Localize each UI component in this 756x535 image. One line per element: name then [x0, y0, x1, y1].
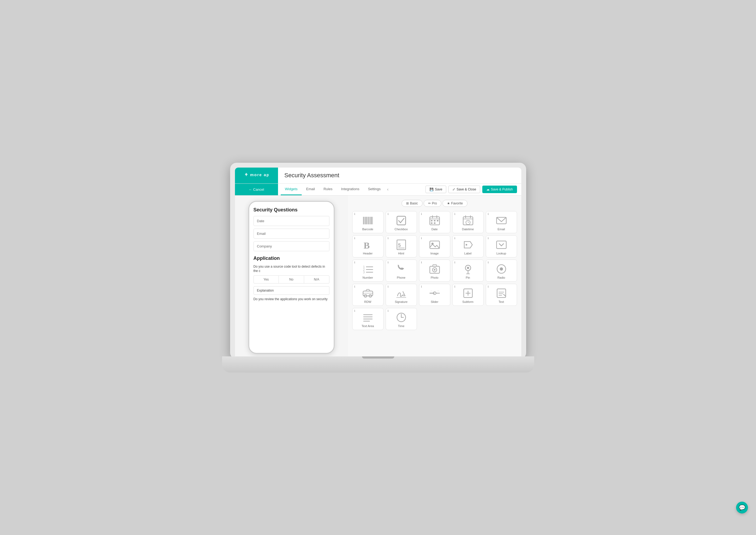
widget-radio[interactable]: ℹ Radio — [486, 260, 517, 282]
widget-image[interactable]: ℹ Image — [419, 235, 450, 257]
photo-icon — [429, 263, 441, 275]
rdw-icon — [362, 287, 374, 299]
company-field[interactable]: Company — [253, 241, 330, 251]
slider-icon: ← → — [429, 287, 441, 299]
widget-label[interactable]: ℹ Label — [452, 235, 484, 257]
svg-rect-7 — [371, 217, 372, 224]
section1-title: Security Questions — [253, 207, 330, 213]
widget-datetime[interactable]: ℹ Datetime — [452, 211, 484, 233]
widget-pin[interactable]: ℹ Pin — [452, 260, 484, 282]
widget-header[interactable]: ℹ B Header — [352, 235, 384, 257]
slider-label: Slider — [431, 300, 438, 303]
preview-panel: Security Questions Date Email Company Ap… — [235, 196, 348, 359]
widget-textarea[interactable]: ℹ Text Area — [352, 308, 384, 330]
widget-photo[interactable]: ℹ Photo — [419, 260, 450, 282]
html-icon: 5 — [395, 239, 407, 251]
widget-checkbox[interactable]: ℹ Checkbox — [386, 211, 417, 233]
number-icon: 1 2 3 — [362, 263, 374, 275]
filter-pro[interactable]: ✏ Pro — [423, 200, 442, 207]
svg-rect-18 — [434, 222, 435, 224]
widget-lookup[interactable]: ℹ Lookup — [486, 235, 517, 257]
lookup-icon — [495, 239, 507, 251]
widget-html[interactable]: ℹ 5 Html — [386, 235, 417, 257]
yes-option[interactable]: Yes — [253, 275, 279, 284]
widget-rdw[interactable]: ℹ RDW — [352, 284, 384, 306]
widget-subform[interactable]: ℹ Subform — [452, 284, 484, 306]
label-label: Label — [464, 252, 472, 255]
svg-rect-5 — [368, 217, 369, 224]
svg-rect-2 — [364, 217, 365, 224]
tab-settings[interactable]: Settings — [363, 184, 385, 195]
phone-content: Security Questions Date Email Company Ap… — [249, 207, 334, 301]
signature-label: Signature — [395, 300, 407, 303]
image-label: Image — [430, 252, 439, 255]
email-label: Email — [498, 228, 505, 231]
label-icon — [462, 239, 474, 251]
action-buttons: 💾 Save ⤢ Save & Close ☁ Save & Publish — [425, 185, 521, 193]
na-option[interactable]: N/A — [304, 275, 330, 284]
save-close-icon: ⤢ — [452, 187, 455, 191]
widget-email[interactable]: ℹ Email — [486, 211, 517, 233]
main-content: Security Questions Date Email Company Ap… — [235, 196, 521, 359]
widget-phone[interactable]: ℹ Phone — [386, 260, 417, 282]
nav-tabs: Widgets Email Rules Integrations Setting… — [278, 184, 426, 195]
tab-email[interactable]: Email — [302, 184, 319, 195]
widget-number[interactable]: ℹ 1 2 3 Number — [352, 260, 384, 282]
widget-barcode[interactable]: ℹ Barcode — [352, 211, 384, 233]
svg-rect-61 — [497, 289, 506, 297]
save-button[interactable]: 💾 Save — [425, 185, 446, 193]
barcode-label: Barcode — [362, 228, 373, 231]
filter-basic[interactable]: ⊞ Basic — [401, 200, 422, 207]
top-bar: ⚘ more app Security Assessment — [235, 168, 521, 184]
save-close-button[interactable]: ⤢ Save & Close — [449, 185, 480, 193]
filter-favorite[interactable]: ★ Favorite — [443, 200, 467, 207]
svg-rect-34 — [497, 241, 506, 248]
widget-signature[interactable]: ℹ Signature — [386, 284, 417, 306]
date-field[interactable]: Date — [253, 216, 330, 226]
save-publish-button[interactable]: ☁ Save & Publish — [482, 185, 517, 193]
svg-rect-1 — [363, 217, 364, 224]
tab-integrations[interactable]: Integrations — [337, 184, 363, 195]
svg-text:5: 5 — [398, 242, 401, 248]
date-label: Date — [431, 228, 438, 231]
cancel-button[interactable]: ← Cancel — [235, 184, 278, 195]
time-label: Time — [398, 324, 404, 327]
datetime-label: Datetime — [462, 228, 474, 231]
yes-no-options: Yes No N/A — [253, 275, 330, 284]
signature-icon — [395, 287, 407, 299]
header-icon: B — [362, 239, 374, 251]
chevron-left-icon[interactable]: ‹ — [385, 187, 391, 192]
barcode-icon — [362, 215, 374, 226]
tab-widgets[interactable]: Widgets — [281, 184, 302, 195]
email-field[interactable]: Email — [253, 229, 330, 239]
svg-text:3: 3 — [363, 271, 365, 274]
svg-rect-17 — [431, 222, 432, 224]
time-icon — [395, 311, 407, 323]
radio-label: Radio — [497, 276, 505, 279]
widget-panel: ⊞ Basic ✏ Pro ★ Favorite — [348, 196, 521, 359]
pro-icon: ✏ — [428, 202, 431, 205]
header-label: Header — [363, 252, 372, 255]
widget-date[interactable]: ℹ D — [419, 211, 450, 233]
widget-slider[interactable]: ℹ ← → Slider — [419, 284, 450, 306]
widget-time[interactable]: ℹ Time — [386, 308, 417, 330]
publish-icon: ☁ — [486, 187, 490, 191]
checkbox-label: Checkbox — [394, 228, 408, 231]
lookup-label: Lookup — [496, 252, 506, 255]
nav-bar: ← Cancel Widgets Email Rules Integration… — [235, 184, 521, 196]
radio-icon — [495, 263, 507, 275]
svg-rect-4 — [367, 217, 368, 224]
svg-rect-8 — [372, 217, 373, 224]
svg-rect-6 — [369, 217, 370, 224]
page-title: Security Assessment — [278, 172, 339, 179]
logo: ⚘ more app — [235, 168, 278, 183]
no-option[interactable]: No — [278, 275, 304, 284]
chat-button[interactable]: 💬 — [736, 502, 748, 514]
tab-rules[interactable]: Rules — [319, 184, 337, 195]
widget-text[interactable]: ℹ Text — [486, 284, 517, 306]
svg-text:→: → — [437, 290, 439, 292]
svg-point-47 — [500, 268, 503, 270]
question2-text: Do you review the applications you work … — [253, 297, 330, 301]
question1-text: Do you use a source code tool to detect … — [253, 265, 330, 273]
checkbox-icon — [395, 215, 407, 226]
